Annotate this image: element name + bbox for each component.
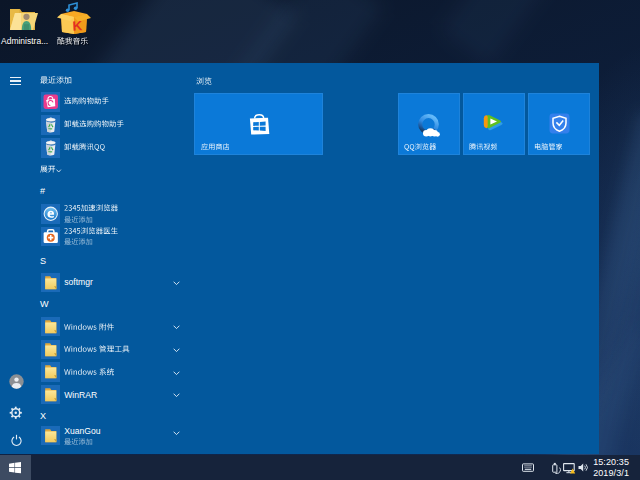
svg-text:K: K — [72, 18, 83, 34]
